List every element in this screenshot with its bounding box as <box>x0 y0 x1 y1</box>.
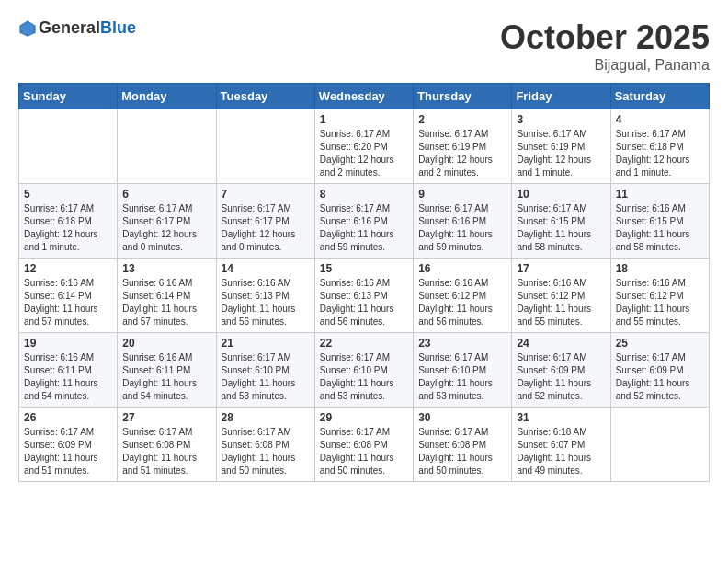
calendar-day-cell: 9Sunrise: 6:17 AM Sunset: 6:16 PM Daylig… <box>414 184 512 259</box>
calendar-week-row: 12Sunrise: 6:16 AM Sunset: 6:14 PM Dayli… <box>19 259 710 333</box>
day-info: Sunrise: 6:17 AM Sunset: 6:08 PM Dayligh… <box>122 426 210 477</box>
day-number: 13 <box>122 262 210 275</box>
day-number: 8 <box>320 188 408 201</box>
calendar-day-cell: 17Sunrise: 6:16 AM Sunset: 6:12 PM Dayli… <box>512 259 610 333</box>
day-number: 28 <box>222 411 310 424</box>
calendar-day-cell: 27Sunrise: 6:17 AM Sunset: 6:08 PM Dayli… <box>118 408 216 482</box>
day-of-week-header: Monday <box>118 84 216 109</box>
location-text: Bijagual, Panama <box>500 57 710 74</box>
calendar-day-cell: 21Sunrise: 6:17 AM Sunset: 6:10 PM Dayli… <box>216 333 314 408</box>
calendar-day-cell: 8Sunrise: 6:17 AM Sunset: 6:16 PM Daylig… <box>314 184 413 259</box>
calendar-day-cell: 19Sunrise: 6:16 AM Sunset: 6:11 PM Dayli… <box>19 333 118 408</box>
day-of-week-header: Thursday <box>414 84 512 109</box>
calendar-day-cell <box>118 109 216 184</box>
calendar-day-cell: 26Sunrise: 6:17 AM Sunset: 6:09 PM Dayli… <box>19 408 118 482</box>
month-title: October 2025 <box>500 18 710 57</box>
day-info: Sunrise: 6:16 AM Sunset: 6:11 PM Dayligh… <box>24 351 112 403</box>
calendar-day-cell: 1Sunrise: 6:17 AM Sunset: 6:20 PM Daylig… <box>314 109 413 184</box>
day-number: 7 <box>222 188 310 201</box>
day-info: Sunrise: 6:16 AM Sunset: 6:14 PM Dayligh… <box>122 277 210 328</box>
title-block: October 2025 Bijagual, Panama <box>500 18 710 74</box>
calendar-week-row: 19Sunrise: 6:16 AM Sunset: 6:11 PM Dayli… <box>19 333 710 408</box>
day-number: 12 <box>24 262 112 275</box>
day-info: Sunrise: 6:17 AM Sunset: 6:10 PM Dayligh… <box>320 351 408 403</box>
day-info: Sunrise: 6:17 AM Sunset: 6:19 PM Dayligh… <box>418 128 506 179</box>
day-number: 26 <box>24 411 112 424</box>
calendar-week-row: 1Sunrise: 6:17 AM Sunset: 6:20 PM Daylig… <box>19 109 710 184</box>
calendar-week-row: 5Sunrise: 6:17 AM Sunset: 6:18 PM Daylig… <box>19 184 710 259</box>
calendar-day-cell: 6Sunrise: 6:17 AM Sunset: 6:17 PM Daylig… <box>118 184 216 259</box>
day-info: Sunrise: 6:17 AM Sunset: 6:18 PM Dayligh… <box>616 128 704 179</box>
day-info: Sunrise: 6:17 AM Sunset: 6:09 PM Dayligh… <box>517 351 605 403</box>
day-number: 6 <box>122 188 210 201</box>
day-number: 10 <box>517 188 605 201</box>
calendar-day-cell: 16Sunrise: 6:16 AM Sunset: 6:12 PM Dayli… <box>414 259 512 333</box>
calendar-day-cell: 14Sunrise: 6:16 AM Sunset: 6:13 PM Dayli… <box>216 259 314 333</box>
calendar-day-cell: 4Sunrise: 6:17 AM Sunset: 6:18 PM Daylig… <box>610 109 709 184</box>
calendar-day-cell: 12Sunrise: 6:16 AM Sunset: 6:14 PM Dayli… <box>19 259 118 333</box>
calendar-day-cell: 5Sunrise: 6:17 AM Sunset: 6:18 PM Daylig… <box>19 184 118 259</box>
day-number: 20 <box>122 337 210 350</box>
day-number: 11 <box>616 188 704 201</box>
day-number: 21 <box>222 337 310 350</box>
calendar-day-cell: 23Sunrise: 6:17 AM Sunset: 6:10 PM Dayli… <box>414 333 512 408</box>
calendar-day-cell: 15Sunrise: 6:16 AM Sunset: 6:13 PM Dayli… <box>314 259 413 333</box>
day-number: 1 <box>320 113 408 126</box>
calendar-day-cell: 2Sunrise: 6:17 AM Sunset: 6:19 PM Daylig… <box>414 109 512 184</box>
calendar-day-cell <box>216 109 314 184</box>
day-info: Sunrise: 6:17 AM Sunset: 6:16 PM Dayligh… <box>320 202 408 254</box>
day-number: 23 <box>418 337 506 350</box>
day-number: 25 <box>616 337 704 350</box>
calendar-week-row: 26Sunrise: 6:17 AM Sunset: 6:09 PM Dayli… <box>19 408 710 482</box>
day-info: Sunrise: 6:16 AM Sunset: 6:12 PM Dayligh… <box>418 277 506 328</box>
calendar-day-cell: 22Sunrise: 6:17 AM Sunset: 6:10 PM Dayli… <box>314 333 413 408</box>
day-number: 19 <box>24 337 112 350</box>
calendar-day-cell <box>610 408 709 482</box>
day-number: 15 <box>320 262 408 275</box>
day-info: Sunrise: 6:17 AM Sunset: 6:08 PM Dayligh… <box>222 426 310 477</box>
day-info: Sunrise: 6:17 AM Sunset: 6:10 PM Dayligh… <box>222 351 310 403</box>
calendar-table: SundayMondayTuesdayWednesdayThursdayFrid… <box>18 83 710 482</box>
logo-icon <box>18 19 37 38</box>
calendar-day-cell: 3Sunrise: 6:17 AM Sunset: 6:19 PM Daylig… <box>512 109 610 184</box>
calendar-day-cell: 11Sunrise: 6:16 AM Sunset: 6:15 PM Dayli… <box>610 184 709 259</box>
day-info: Sunrise: 6:16 AM Sunset: 6:12 PM Dayligh… <box>616 277 704 328</box>
day-number: 27 <box>122 411 210 424</box>
calendar-day-cell: 7Sunrise: 6:17 AM Sunset: 6:17 PM Daylig… <box>216 184 314 259</box>
day-number: 24 <box>517 337 605 350</box>
calendar-day-cell: 10Sunrise: 6:17 AM Sunset: 6:15 PM Dayli… <box>512 184 610 259</box>
day-of-week-header: Sunday <box>19 84 118 109</box>
day-number: 22 <box>320 337 408 350</box>
day-info: Sunrise: 6:16 AM Sunset: 6:14 PM Dayligh… <box>24 277 112 328</box>
day-info: Sunrise: 6:16 AM Sunset: 6:13 PM Dayligh… <box>320 277 408 328</box>
calendar-day-cell: 31Sunrise: 6:18 AM Sunset: 6:07 PM Dayli… <box>512 408 610 482</box>
day-info: Sunrise: 6:17 AM Sunset: 6:17 PM Dayligh… <box>122 202 210 254</box>
day-info: Sunrise: 6:17 AM Sunset: 6:19 PM Dayligh… <box>517 128 605 179</box>
calendar-day-cell <box>19 109 118 184</box>
day-info: Sunrise: 6:17 AM Sunset: 6:09 PM Dayligh… <box>24 426 112 477</box>
calendar-header-row: SundayMondayTuesdayWednesdayThursdayFrid… <box>19 84 710 109</box>
calendar-day-cell: 30Sunrise: 6:17 AM Sunset: 6:08 PM Dayli… <box>414 408 512 482</box>
calendar-day-cell: 13Sunrise: 6:16 AM Sunset: 6:14 PM Dayli… <box>118 259 216 333</box>
day-info: Sunrise: 6:16 AM Sunset: 6:12 PM Dayligh… <box>517 277 605 328</box>
calendar-day-cell: 28Sunrise: 6:17 AM Sunset: 6:08 PM Dayli… <box>216 408 314 482</box>
day-number: 14 <box>222 262 310 275</box>
page-header: GeneralBlue October 2025 Bijagual, Panam… <box>18 18 710 74</box>
day-number: 2 <box>418 113 506 126</box>
calendar-day-cell: 20Sunrise: 6:16 AM Sunset: 6:11 PM Dayli… <box>118 333 216 408</box>
logo-general-text: General <box>39 18 100 37</box>
day-info: Sunrise: 6:17 AM Sunset: 6:18 PM Dayligh… <box>24 202 112 254</box>
day-info: Sunrise: 6:16 AM Sunset: 6:11 PM Dayligh… <box>122 351 210 403</box>
day-info: Sunrise: 6:17 AM Sunset: 6:15 PM Dayligh… <box>517 202 605 254</box>
day-info: Sunrise: 6:16 AM Sunset: 6:13 PM Dayligh… <box>222 277 310 328</box>
day-number: 9 <box>418 188 506 201</box>
logo: GeneralBlue <box>18 18 136 38</box>
day-info: Sunrise: 6:16 AM Sunset: 6:15 PM Dayligh… <box>616 202 704 254</box>
day-of-week-header: Tuesday <box>216 84 314 109</box>
day-info: Sunrise: 6:17 AM Sunset: 6:10 PM Dayligh… <box>418 351 506 403</box>
day-number: 4 <box>616 113 704 126</box>
day-number: 5 <box>24 188 112 201</box>
day-info: Sunrise: 6:17 AM Sunset: 6:08 PM Dayligh… <box>320 426 408 477</box>
day-info: Sunrise: 6:17 AM Sunset: 6:20 PM Dayligh… <box>320 128 408 179</box>
day-of-week-header: Friday <box>512 84 610 109</box>
